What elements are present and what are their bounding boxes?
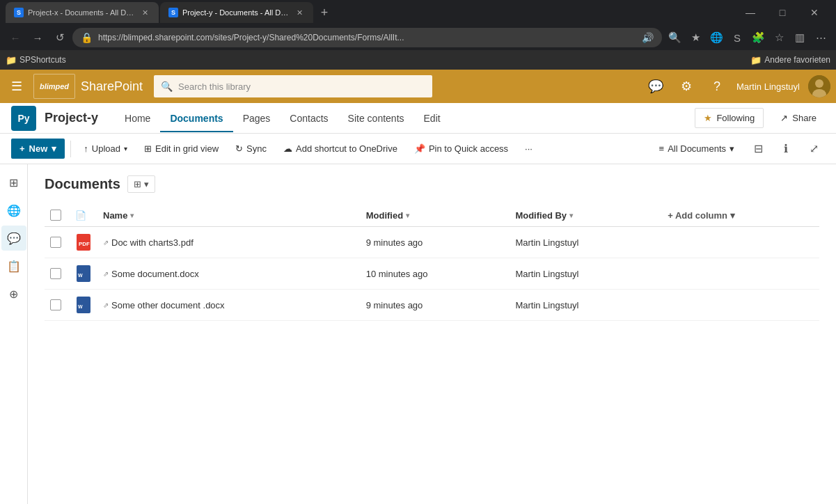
fav-spshortcuts[interactable]: 📁 SPShortcuts: [6, 55, 66, 65]
th-add-column[interactable]: + Add column ▾: [659, 204, 819, 227]
table-row[interactable]: W ⇗Some other document .docx9 minutes ag…: [45, 290, 819, 321]
fav-andere-label: Andere favorieten: [764, 55, 830, 65]
collections-icon[interactable]: 🌐: [707, 28, 726, 47]
add-onedrive-button[interactable]: ☁ Add shortcut to OneDrive: [276, 139, 404, 158]
view-toggle[interactable]: ⊞ ▾: [127, 175, 155, 193]
maximize-button[interactable]: □: [766, 2, 798, 23]
th-name[interactable]: Name ▾: [95, 204, 358, 227]
minimize-button[interactable]: —: [734, 2, 766, 23]
row-checkbox-1[interactable]: [45, 258, 72, 290]
add-onedrive-label: Add shortcut to OneDrive: [296, 143, 397, 154]
zoom-icon[interactable]: 🔍: [665, 28, 684, 47]
edit-grid-button[interactable]: ⊞ Edit in grid view: [137, 139, 226, 158]
file-name-link-1[interactable]: Some document.docx: [111, 269, 199, 279]
favorites-star-icon[interactable]: ☆: [769, 28, 789, 47]
settings-icon[interactable]: ⚙: [675, 75, 697, 97]
name-col-label: Name: [103, 210, 127, 221]
sp-site-logo: Py: [11, 106, 36, 131]
following-button[interactable]: ★ Following: [695, 108, 764, 128]
file-name-link-0[interactable]: Doc with charts3.pdf: [111, 237, 194, 248]
table-row[interactable]: W ⇗Some document.docx10 minutes agoMarti…: [45, 258, 819, 290]
tab-favicon-2: S: [168, 8, 178, 17]
file-checkbox-0[interactable]: [50, 237, 61, 248]
table-row[interactable]: PDF ⇗Doc with charts3.pdf9 minutes agoMa…: [45, 227, 819, 258]
info-button[interactable]: ℹ: [775, 138, 797, 160]
tab-close-2[interactable]: ✕: [294, 7, 305, 18]
leftnav-apps[interactable]: ⊞: [1, 170, 26, 195]
profile-icon[interactable]: S: [727, 28, 747, 47]
hamburger-menu[interactable]: ☰: [6, 75, 28, 97]
file-modified-by-0: Martin Lingstuyl: [507, 227, 659, 258]
sp-topbar: ☰ blimped SharePoint 🔍 Search this libra…: [0, 70, 836, 103]
leftnav-globe[interactable]: 🌐: [1, 198, 26, 223]
sp-logo[interactable]: blimped: [33, 74, 75, 99]
leftnav-docs[interactable]: 💬: [1, 226, 26, 251]
new-button[interactable]: + New ▾: [11, 139, 65, 159]
filter-button[interactable]: ⊟: [747, 138, 769, 160]
browser-tab-1[interactable]: S Project-x - Documents - All Doc... ✕: [6, 2, 159, 23]
select-all-checkbox[interactable]: [50, 210, 61, 221]
nav-home[interactable]: Home: [115, 104, 160, 132]
share-button[interactable]: ↗ Share: [772, 109, 825, 127]
more-icon[interactable]: ⋯: [811, 28, 830, 47]
nav-documents[interactable]: Documents: [160, 104, 232, 132]
filter-icon: ⊟: [754, 142, 763, 155]
sp-app-name: SharePoint: [81, 79, 143, 94]
file-name-cell-2[interactable]: ⇗Some other document .docx: [95, 290, 358, 321]
file-name-link-2[interactable]: Some other document .docx: [111, 300, 225, 310]
back-button[interactable]: ←: [6, 28, 25, 47]
modified-by-sort[interactable]: Modified By ▾: [515, 210, 651, 221]
th-checkbox[interactable]: [45, 204, 72, 227]
user-avatar[interactable]: [808, 75, 830, 97]
upload-button[interactable]: ↑ Upload ▾: [77, 139, 134, 158]
nav-site-contents[interactable]: Site contents: [338, 104, 414, 132]
name-sort-arrow: ▾: [130, 212, 134, 219]
following-label: Following: [716, 113, 755, 123]
table-header-row: 📄 Name ▾ Modified ▾: [45, 204, 819, 227]
file-name-cell-1[interactable]: ⇗Some document.docx: [95, 258, 358, 290]
extensions-icon[interactable]: 🧩: [748, 28, 768, 47]
sp-nav-right: ★ Following ↗ Share: [695, 108, 825, 128]
view-toggle-icon: ⊞: [134, 179, 141, 189]
row-checkbox-0[interactable]: [45, 227, 72, 258]
modified-sort-arrow: ▾: [406, 212, 409, 219]
sync-button[interactable]: ↻ Sync: [228, 139, 274, 158]
close-button[interactable]: ✕: [798, 2, 830, 23]
browser-tab-2[interactable]: S Project-y - Documents - All Doc... ✕: [160, 2, 313, 23]
leftnav-add[interactable]: ⊕: [1, 281, 26, 306]
favorites-icon[interactable]: ★: [686, 28, 705, 47]
view-toggle-arrow: ▾: [144, 179, 149, 189]
forward-button[interactable]: →: [28, 28, 47, 47]
fav-andere[interactable]: 📁 Andere favorieten: [750, 55, 830, 65]
svg-text:W: W: [78, 304, 83, 309]
add-column-button[interactable]: + Add column ▾: [668, 210, 811, 221]
refresh-button[interactable]: ↺: [50, 28, 70, 47]
help-icon[interactable]: ?: [706, 75, 728, 97]
new-tab-button[interactable]: +: [315, 3, 334, 22]
sp-search-bar[interactable]: 🔍 Search this library: [154, 75, 432, 97]
expand-button[interactable]: ⤢: [803, 138, 825, 160]
leftnav-list[interactable]: 📋: [1, 253, 26, 278]
modified-sort[interactable]: Modified ▾: [366, 210, 499, 221]
chat-icon[interactable]: 💬: [645, 75, 667, 97]
file-name-cell-0[interactable]: ⇗Doc with charts3.pdf: [95, 227, 358, 258]
file-checkbox-1[interactable]: [50, 268, 61, 279]
view-selector[interactable]: ≡ All Documents ▾: [652, 139, 741, 158]
name-sort[interactable]: Name ▾: [103, 210, 349, 221]
th-modified[interactable]: Modified ▾: [358, 204, 507, 227]
row-checkbox-2[interactable]: [45, 290, 72, 321]
svg-point-1: [815, 79, 823, 88]
th-modified-by[interactable]: Modified By ▾: [507, 204, 659, 227]
more-button[interactable]: ···: [518, 139, 539, 158]
tab-close-1[interactable]: ✕: [139, 7, 150, 18]
upload-dropdown-arrow: ▾: [124, 145, 127, 152]
nav-edit[interactable]: Edit: [414, 104, 450, 132]
pin-quick-access-button[interactable]: 📌 Pin to Quick access: [407, 139, 515, 158]
nav-pages[interactable]: Pages: [233, 104, 281, 132]
nav-contacts[interactable]: Contacts: [280, 104, 338, 132]
file-table-body: PDF ⇗Doc with charts3.pdf9 minutes agoMa…: [45, 227, 819, 321]
file-checkbox-2[interactable]: [50, 299, 61, 310]
url-bar[interactable]: 🔒 https://blimped.sharepoint.com/sites/P…: [72, 28, 662, 47]
view-icon: ≡: [659, 143, 665, 154]
sidebar-icon[interactable]: ▥: [790, 28, 810, 47]
